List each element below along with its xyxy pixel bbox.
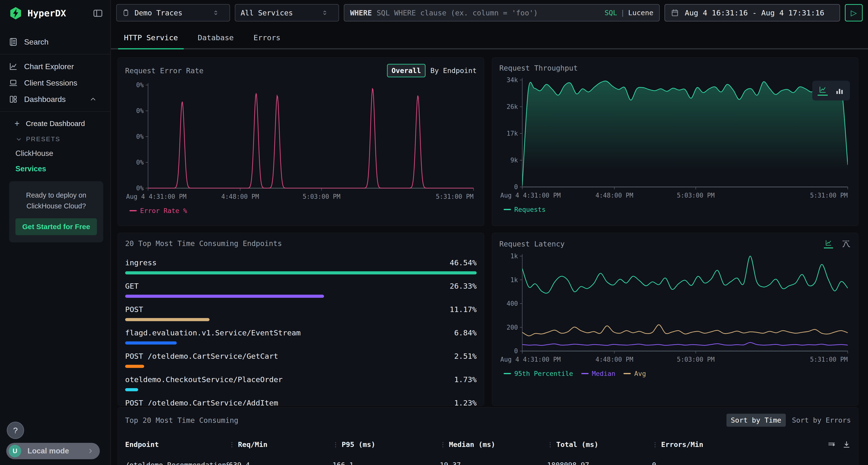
- language-divider: |: [621, 9, 625, 17]
- divider: [0, 54, 111, 55]
- brand-name: HyperDX: [28, 8, 93, 19]
- endpoint-item-post-oteldemo-cartservice-additem[interactable]: POST /oteldemo.CartService/AddItem1.23%: [125, 399, 477, 406]
- language-sql-toggle[interactable]: SQL: [604, 9, 617, 17]
- plus-icon: +: [14, 119, 20, 129]
- throughput-chart: 34k26k17k9k0Aug 4 4:31:00 PM4:48:00 PM5:…: [499, 75, 851, 203]
- drag-handle-icon[interactable]: ⋮: [440, 441, 446, 448]
- tab-errors[interactable]: Errors: [248, 28, 286, 48]
- line-chart-icon: [9, 62, 18, 71]
- svg-text:4:48:00 PM: 4:48:00 PM: [221, 193, 259, 200]
- where-search-input[interactable]: [377, 9, 604, 17]
- latency-title: Request Latency: [499, 240, 565, 248]
- endpoint-item-post-oteldemo-cartservice-getcart[interactable]: POST /oteldemo.CartService/GetCart2.51%: [125, 352, 477, 368]
- svg-text:17k: 17k: [506, 130, 518, 137]
- chevron-right-icon: [87, 447, 94, 455]
- data-source-select[interactable]: Demo Traces: [116, 4, 230, 22]
- error-rate-legend: Error Rate %: [125, 207, 477, 214]
- column-header-errors-min[interactable]: ⋮Errors/Min: [652, 440, 851, 449]
- endpoint-value: 1.23%: [454, 399, 477, 406]
- throughput-header: Request Throughput: [499, 64, 851, 72]
- endpoint-label: POST: [125, 305, 143, 314]
- top-endpoints-panel: 20 Top Most Time Consuming Endpoints ing…: [118, 233, 484, 406]
- drag-handle-icon[interactable]: ⋮: [652, 441, 658, 448]
- language-lucene-toggle[interactable]: Lucene: [628, 9, 653, 17]
- sidebar-item-search[interactable]: Search: [0, 34, 111, 50]
- endpoint-item-flagd-evaluation-v1-service-eventstream[interactable]: flagd.evaluation.v1.Service/EventStream6…: [125, 328, 477, 344]
- table-cell: 0: [652, 461, 851, 465]
- line-chart-icon[interactable]: [824, 239, 833, 248]
- bar-chart-icon[interactable]: [835, 86, 845, 96]
- endpoint-item-oteldemo-checkoutservice-placeorder[interactable]: oteldemo.CheckoutService/PlaceOrder1.73%: [125, 375, 477, 391]
- table-row[interactable]: /oteldemo.RecommendationServ639.4166.119…: [125, 461, 851, 465]
- service-select[interactable]: All Services: [235, 4, 339, 22]
- drag-handle-icon[interactable]: ⋮: [333, 441, 339, 448]
- sidebar-nav: SearchChart ExplorerClient SessionsDashb…: [0, 27, 111, 107]
- column-header-req-min[interactable]: ⋮Req/Min: [229, 440, 333, 449]
- svg-text:0%: 0%: [136, 133, 144, 140]
- endpoint-item-ingress[interactable]: ingress46.54%: [125, 258, 477, 274]
- drag-handle-icon[interactable]: ⋮: [229, 441, 235, 448]
- column-header-total-ms[interactable]: ⋮Total (ms): [547, 440, 652, 449]
- drag-handle-icon[interactable]: ⋮: [547, 441, 553, 448]
- svg-text:0%: 0%: [136, 81, 144, 89]
- user-avatar: U: [9, 445, 21, 457]
- legend-item-error-rate: Error Rate %: [129, 207, 187, 214]
- time-range-value: Aug 4 16:31:16 - Aug 4 17:31:16: [685, 8, 824, 17]
- top-endpoints-header: 20 Top Most Time Consuming Endpoints: [125, 239, 477, 248]
- endpoint-value: 26.33%: [450, 281, 477, 290]
- table-header-row: Top 20 Most Time Consuming Sort by Time …: [125, 414, 851, 427]
- tab-database[interactable]: Database: [192, 28, 240, 48]
- run-query-button[interactable]: ▷: [845, 4, 863, 22]
- svg-text:4:48:00 PM: 4:48:00 PM: [595, 192, 633, 199]
- sort-by-errors-button[interactable]: Sort by Errors: [792, 416, 851, 424]
- histogram-icon[interactable]: [842, 239, 851, 248]
- endpoints-table-panel: Top 20 Most Time Consuming Sort by Time …: [118, 407, 858, 465]
- svg-text:Aug 4 4:31:00 PM: Aug 4 4:31:00 PM: [500, 192, 561, 199]
- time-range-picker[interactable]: Aug 4 16:31:16 - Aug 4 17:31:16: [664, 4, 840, 22]
- tab-http-service[interactable]: HTTP Service: [118, 28, 184, 48]
- wrap-lines-icon[interactable]: [827, 440, 836, 449]
- preset-services[interactable]: Services: [0, 161, 111, 176]
- throughput-legend: Requests: [499, 206, 851, 213]
- chevron-updown-icon: [321, 9, 329, 16]
- line-chart-icon[interactable]: [817, 86, 828, 96]
- column-header-endpoint[interactable]: Endpoint: [125, 440, 229, 449]
- column-label: Errors/Min: [661, 440, 703, 449]
- get-started-button[interactable]: Get Started for Free: [16, 218, 97, 235]
- presets-toggle[interactable]: PRESETS: [0, 131, 111, 146]
- download-icon[interactable]: [842, 440, 851, 449]
- column-header-p95-ms[interactable]: ⋮P95 (ms): [333, 440, 440, 449]
- overall-toggle-button[interactable]: Overall: [387, 64, 426, 77]
- sort-by-time-button[interactable]: Sort by Time: [726, 414, 786, 427]
- legend-dash: [504, 209, 511, 210]
- endpoint-value: 46.54%: [450, 258, 477, 267]
- svg-text:400: 400: [506, 300, 518, 307]
- sidebar-item-label: Search: [24, 38, 49, 46]
- sidebar-item-dashboards[interactable]: Dashboards: [0, 91, 111, 107]
- sidebar-item-chart-explorer[interactable]: Chart Explorer: [0, 58, 111, 75]
- legend-label: Requests: [514, 206, 546, 213]
- where-keyword-label: WHERE: [350, 9, 372, 17]
- create-dashboard-button[interactable]: + Create Dashboard: [0, 115, 111, 131]
- svg-text:0%: 0%: [136, 159, 144, 166]
- column-header-median-ms[interactable]: ⋮Median (ms): [440, 440, 547, 449]
- help-button[interactable]: ?: [7, 422, 24, 439]
- column-label: Endpoint: [125, 440, 159, 449]
- svg-text:0%: 0%: [136, 107, 144, 114]
- error-rate-header: Request Error Rate Overall By Endpoint: [125, 64, 477, 77]
- by-endpoint-toggle-button[interactable]: By Endpoint: [430, 66, 477, 75]
- preset-clickhouse[interactable]: ClickHouse: [0, 146, 111, 161]
- endpoint-item-get[interactable]: GET26.33%: [125, 281, 477, 298]
- throughput-title: Request Throughput: [499, 64, 578, 72]
- app-root: HyperDX SearchChart ExplorerClient Sessi…: [0, 0, 868, 465]
- collapse-sidebar-icon[interactable]: [93, 8, 103, 19]
- latency-header: Request Latency: [499, 239, 851, 248]
- user-menu[interactable]: U Local mode: [6, 443, 100, 459]
- endpoint-bar: [125, 295, 324, 298]
- service-select-value: All Services: [241, 9, 293, 17]
- main-content: Demo Traces All Services WHERE SQL | Luc…: [111, 0, 868, 465]
- column-label: Median (ms): [449, 440, 495, 449]
- sidebar-item-client-sessions[interactable]: Client Sessions: [0, 75, 111, 91]
- endpoint-item-post[interactable]: POST11.17%: [125, 305, 477, 321]
- svg-text:26k: 26k: [506, 103, 518, 110]
